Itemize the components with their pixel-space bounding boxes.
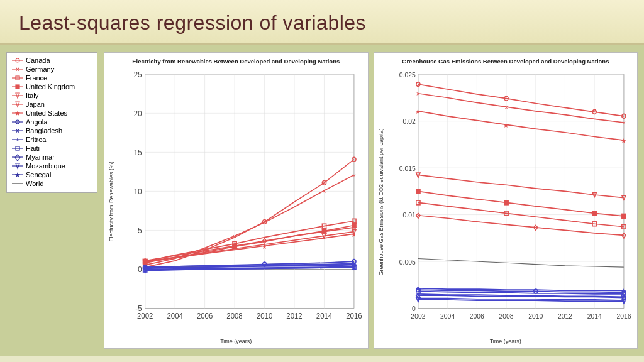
svg-text:0.02: 0.02 [402,118,415,125]
france-icon [12,74,23,82]
svg-text:2004: 2004 [440,312,455,320]
legend-label: World [26,180,44,187]
legend-label: Bangladesh [26,127,62,134]
content: Canada × Germany France United Kingdom I… [0,45,644,356]
svg-text:20: 20 [134,109,142,119]
world-icon [12,180,23,187]
legend-item: × Germany [12,65,92,73]
legend-label: Eritrea [26,136,46,143]
japan-icon [12,101,23,108]
svg-text:2008: 2008 [499,312,513,320]
legend-label: United Kingdom [26,83,75,90]
chart2-inner: 0 0.005 0.01 0.015 0.02 0.025 2002 2004 … [386,67,634,337]
svg-text:15: 15 [134,148,142,158]
svg-text:2010: 2010 [528,312,543,320]
haiti-icon [12,145,23,152]
us-icon: ★ [12,109,23,117]
svg-rect-7 [16,85,19,89]
svg-text:2014: 2014 [316,312,333,321]
svg-text:2002: 2002 [411,312,425,320]
chart1-inner: -5 0 5 10 15 20 25 2002 2004 2006 2008 2… [116,67,364,337]
chart1-y-label: Electricity from Renewables (%) [108,67,114,337]
svg-text:2010: 2010 [257,312,273,321]
svg-text:25: 25 [134,70,142,80]
svg-text:2012: 2012 [557,312,572,320]
legend-label: Japan [26,101,45,108]
svg-text:×: × [322,187,326,195]
legend-item: Japan [12,101,92,108]
svg-text:0.01: 0.01 [402,211,415,219]
legend-item: World [12,180,92,187]
legend-item: Haiti [12,145,92,152]
svg-text:2002: 2002 [137,312,153,321]
svg-text:★: ★ [503,121,509,129]
svg-rect-147 [504,200,508,205]
legend-item: Angola [12,118,92,126]
legend-item: × Bangladesh [12,127,92,134]
legend-label: Italy [26,92,38,99]
svg-text:★: ★ [621,287,627,295]
header: Least-squares regression of variables [0,0,644,45]
canada-icon [12,57,23,64]
chart2-title: Greenhouse Gas Emissions Between Develop… [378,58,634,65]
svg-text:★: ★ [351,231,357,238]
legend-item: Mozambique [12,162,92,170]
chart1-svg: -5 0 5 10 15 20 25 2002 2004 2006 2008 2… [116,67,364,337]
svg-text:10: 10 [134,187,142,197]
mozambique-icon [12,162,23,170]
myanmar-icon [12,153,23,161]
legend-label: United States [26,109,67,117]
svg-text:0.025: 0.025 [399,71,415,79]
legend-item: France [12,74,92,82]
page-title: Least-squares regression of variables [19,11,625,35]
chart2-area: Greenhouse Gas Emissions (kt CO2 equival… [378,67,634,337]
svg-text:★: ★ [415,107,421,115]
svg-rect-149 [621,214,625,219]
svg-text:★: ★ [142,264,148,272]
legend-label: Senegal [26,171,51,178]
svg-text:2012: 2012 [286,312,303,321]
chart2-x-label: Time (years) [378,338,634,344]
chart1-area: Electricity from Renewables (%) [108,67,364,337]
chart2-y-label: Greenhouse Gas Emissions (kt CO2 equival… [378,67,384,337]
legend-label: Canada [26,57,50,64]
legend: Canada × Germany France United Kingdom I… [6,52,97,193]
svg-text:0: 0 [138,265,142,275]
svg-text:×: × [233,233,236,240]
legend-item: ★ United States [12,109,92,117]
svg-text:+: + [16,136,19,143]
svg-text:2016: 2016 [616,312,631,320]
svg-text:★: ★ [14,171,21,178]
chart2-svg: 0 0.005 0.01 0.015 0.02 0.025 2002 2004 … [386,67,634,337]
svg-text:2006: 2006 [197,312,213,321]
svg-text:5: 5 [138,226,142,236]
uk-icon [12,83,23,90]
svg-text:★: ★ [351,260,357,268]
svg-text:2006: 2006 [469,312,484,320]
svg-text:★: ★ [415,285,421,292]
svg-text:0: 0 [411,305,415,312]
bangladesh-icon: × [12,127,23,134]
svg-text:×: × [504,104,508,111]
svg-text:0.005: 0.005 [399,258,415,266]
chart1-wrapper: Electricity from Renewables Between Deve… [104,52,369,349]
italy-icon [12,92,23,99]
angola-icon [12,118,23,126]
svg-text:2004: 2004 [167,312,183,321]
svg-text:★: ★ [621,137,627,145]
svg-text:★: ★ [262,243,268,250]
chart1-x-label: Time (years) [108,338,364,344]
legend-label: Angola [26,118,47,126]
legend-item: Canada [12,57,92,64]
svg-text:×: × [16,128,19,134]
svg-text:×: × [621,119,625,126]
chart2-wrapper: Greenhouse Gas Emissions Between Develop… [374,52,638,349]
legend-label: Haiti [26,145,40,152]
charts-container: Electricity from Renewables Between Deve… [104,52,638,349]
legend-item: + Eritrea [12,136,92,143]
legend-item: United Kingdom [12,83,92,90]
legend-label: France [26,74,47,82]
legend-item: Italy [12,92,92,99]
svg-text:2016: 2016 [346,312,362,321]
svg-marker-23 [15,155,20,161]
